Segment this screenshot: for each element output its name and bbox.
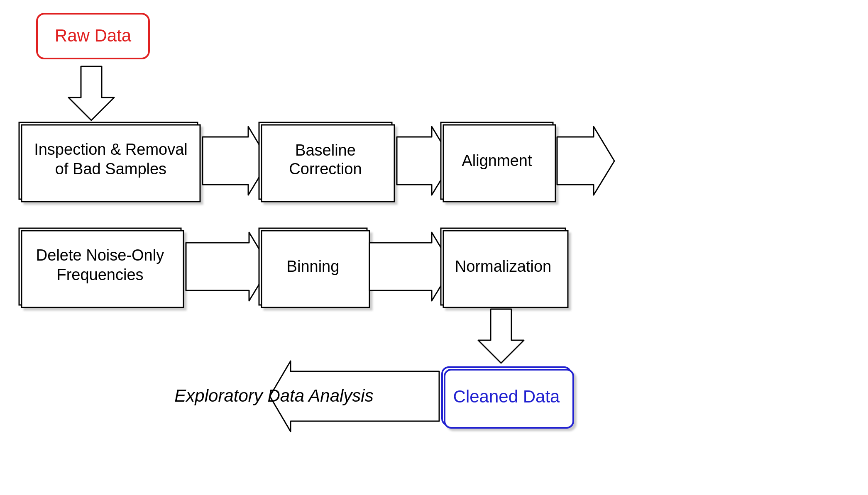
svg-marker-21: [186, 232, 270, 301]
svg-text:Frequencies: Frequencies: [56, 266, 143, 283]
svg-marker-16: [557, 127, 614, 195]
svg-text:Normalization: Normalization: [455, 258, 551, 275]
svg-marker-29: [478, 309, 524, 363]
svg-text:Correction: Correction: [289, 160, 362, 178]
diagram: Raw Data Inspection & Removal of Bad Sam…: [0, 0, 868, 495]
svg-text:Cleaned Data: Cleaned Data: [453, 387, 560, 406]
svg-text:Exploratory Data Analysis: Exploratory Data Analysis: [174, 386, 373, 405]
svg-text:Delete Noise-Only: Delete Noise-Only: [36, 246, 164, 264]
svg-text:Alignment: Alignment: [462, 152, 532, 169]
svg-marker-25: [369, 232, 452, 301]
svg-marker-2: [68, 66, 114, 120]
svg-text:Binning: Binning: [287, 258, 340, 275]
svg-text:Baseline: Baseline: [295, 141, 356, 159]
svg-text:of Bad Samples: of Bad Samples: [55, 160, 166, 178]
svg-text:Raw Data: Raw Data: [55, 26, 132, 45]
svg-text:Inspection & Removal: Inspection & Removal: [34, 141, 188, 158]
flowchart-svg: Raw Data Inspection & Removal of Bad Sam…: [0, 0, 868, 495]
